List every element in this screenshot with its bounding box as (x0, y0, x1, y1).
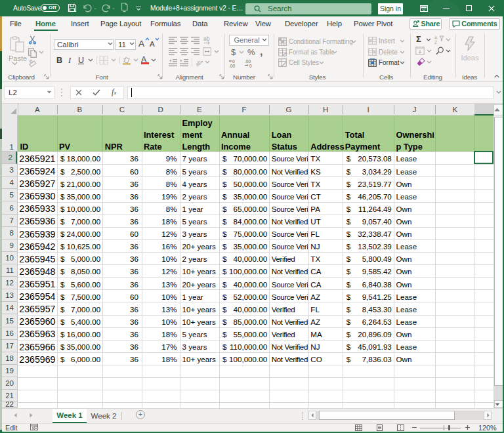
svg-text:0: 0 (249, 64, 252, 68)
svg-text:Z: Z (434, 40, 437, 44)
svg-text:ab: ab (203, 36, 210, 42)
svg-text:ab: ab (195, 58, 203, 67)
svg-text:A: A (434, 35, 438, 40)
svg-text:.00: .00 (229, 64, 235, 68)
